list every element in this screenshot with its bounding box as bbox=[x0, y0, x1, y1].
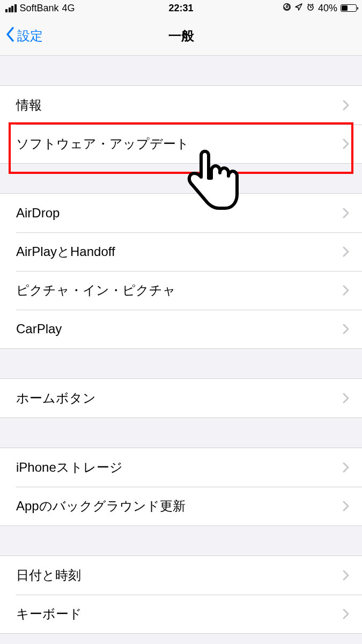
group-date-keyboard: 日付と時刻 キーボード bbox=[0, 555, 362, 634]
battery-icon bbox=[341, 4, 357, 12]
row-date-time[interactable]: 日付と時刻 bbox=[0, 556, 362, 595]
carrier-label: SoftBank bbox=[20, 3, 59, 14]
row-keyboard[interactable]: キーボード bbox=[0, 595, 362, 633]
group-home-button: ホームボタン bbox=[0, 378, 362, 418]
row-airdrop[interactable]: AirDrop bbox=[0, 194, 362, 232]
row-label: AirPlayとHandoff bbox=[16, 243, 115, 260]
status-time: 22:31 bbox=[168, 3, 193, 14]
row-picture-in-picture[interactable]: ピクチャ・イン・ピクチャ bbox=[0, 271, 362, 310]
chevron-right-icon bbox=[343, 462, 349, 473]
chevron-right-icon bbox=[343, 570, 349, 581]
alarm-icon bbox=[306, 3, 315, 14]
chevron-right-icon bbox=[343, 324, 349, 334]
section-gap bbox=[0, 349, 362, 378]
chevron-right-icon bbox=[343, 501, 349, 511]
section-gap bbox=[0, 418, 362, 448]
row-label: ソフトウェア・アップデート bbox=[16, 135, 189, 152]
chevron-right-icon bbox=[343, 138, 349, 149]
row-label: AirDrop bbox=[16, 206, 60, 221]
back-label: 設定 bbox=[17, 27, 43, 45]
row-label: Appのバックグラウンド更新 bbox=[16, 497, 186, 515]
chevron-right-icon bbox=[343, 100, 349, 111]
row-home-button[interactable]: ホームボタン bbox=[0, 379, 362, 418]
status-bar: SoftBank 4G 22:31 40% bbox=[0, 0, 362, 16]
chevron-right-icon bbox=[343, 246, 349, 257]
section-gap bbox=[0, 526, 362, 555]
status-left: SoftBank 4G bbox=[5, 3, 75, 14]
group-airdrop: AirDrop AirPlayとHandoff ピクチャ・イン・ピクチャ Car… bbox=[0, 193, 362, 349]
row-carplay[interactable]: CarPlay bbox=[0, 310, 362, 348]
svg-rect-1 bbox=[286, 6, 287, 8]
chevron-left-icon bbox=[5, 26, 15, 46]
battery-percent: 40% bbox=[318, 3, 337, 14]
orientation-lock-icon bbox=[283, 3, 291, 14]
chevron-right-icon bbox=[343, 285, 349, 296]
row-airplay-handoff[interactable]: AirPlayとHandoff bbox=[0, 232, 362, 271]
row-label: CarPlay bbox=[16, 321, 62, 336]
section-gap bbox=[0, 56, 362, 85]
chevron-right-icon bbox=[343, 208, 349, 218]
row-background-app-refresh[interactable]: Appのバックグラウンド更新 bbox=[0, 487, 362, 525]
back-button[interactable]: 設定 bbox=[5, 26, 43, 46]
network-label: 4G bbox=[62, 3, 75, 14]
nav-bar: 設定 一般 bbox=[0, 16, 362, 56]
svg-line-6 bbox=[312, 4, 313, 5]
signal-icon bbox=[5, 4, 17, 12]
status-right: 40% bbox=[283, 3, 357, 14]
svg-line-5 bbox=[308, 4, 309, 5]
row-software-update[interactable]: ソフトウェア・アップデート bbox=[0, 125, 362, 163]
row-label: iPhoneストレージ bbox=[16, 459, 123, 476]
chevron-right-icon bbox=[343, 393, 349, 404]
row-iphone-storage[interactable]: iPhoneストレージ bbox=[0, 448, 362, 487]
row-label: キーボード bbox=[16, 605, 82, 623]
row-label: ホームボタン bbox=[16, 390, 96, 407]
group-storage: iPhoneストレージ Appのバックグラウンド更新 bbox=[0, 448, 362, 526]
page-title: 一般 bbox=[168, 27, 194, 45]
chevron-right-icon bbox=[343, 609, 349, 619]
section-gap bbox=[0, 164, 362, 193]
group-about: 情報 ソフトウェア・アップデート bbox=[0, 85, 362, 164]
location-icon bbox=[294, 3, 303, 14]
row-label: ピクチャ・イン・ピクチャ bbox=[16, 282, 176, 299]
row-label: 情報 bbox=[16, 97, 42, 114]
row-label: 日付と時刻 bbox=[16, 567, 81, 584]
row-about[interactable]: 情報 bbox=[0, 86, 362, 125]
